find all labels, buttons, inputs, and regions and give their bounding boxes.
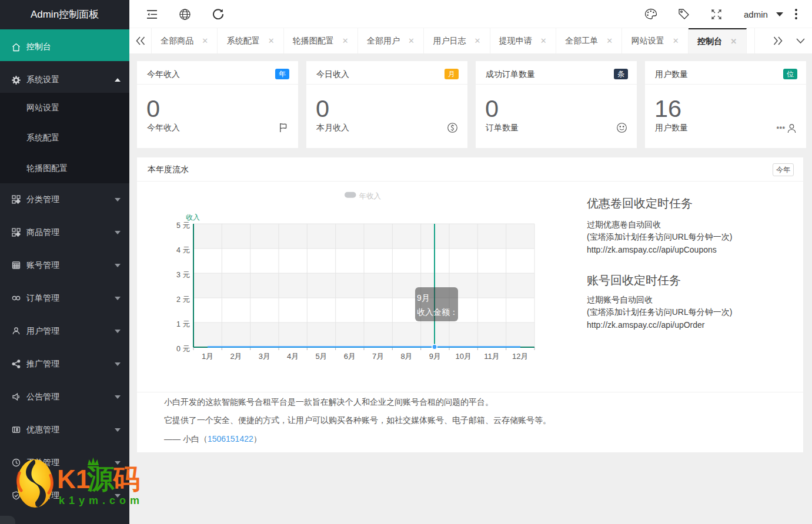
svg-text:4 元: 4 元 (176, 246, 190, 254)
svg-text:3 元: 3 元 (176, 271, 190, 279)
svg-text:9月: 9月 (429, 352, 441, 361)
svg-text:5 元: 5 元 (176, 221, 190, 230)
svg-text:12月: 12月 (512, 352, 528, 361)
svg-text:11月: 11月 (484, 352, 500, 361)
svg-text:6月: 6月 (344, 352, 356, 361)
svg-text:2 元: 2 元 (176, 295, 190, 304)
svg-text:0 元: 0 元 (176, 345, 190, 353)
svg-text:10月: 10月 (455, 352, 471, 361)
svg-text:年收入: 年收入 (359, 192, 382, 200)
svg-text:收入: 收入 (186, 213, 200, 221)
svg-text:2月: 2月 (230, 352, 242, 361)
svg-text:5月: 5月 (315, 352, 327, 361)
svg-text:收入金额：: 收入金额： (417, 307, 458, 317)
svg-text:3月: 3月 (259, 352, 270, 361)
svg-text:8月: 8月 (400, 352, 412, 361)
svg-text:7月: 7月 (372, 352, 384, 361)
svg-text:9月: 9月 (417, 293, 430, 303)
svg-text:1 元: 1 元 (176, 320, 190, 328)
svg-text:1月: 1月 (202, 352, 213, 361)
svg-text:4月: 4月 (287, 352, 299, 361)
